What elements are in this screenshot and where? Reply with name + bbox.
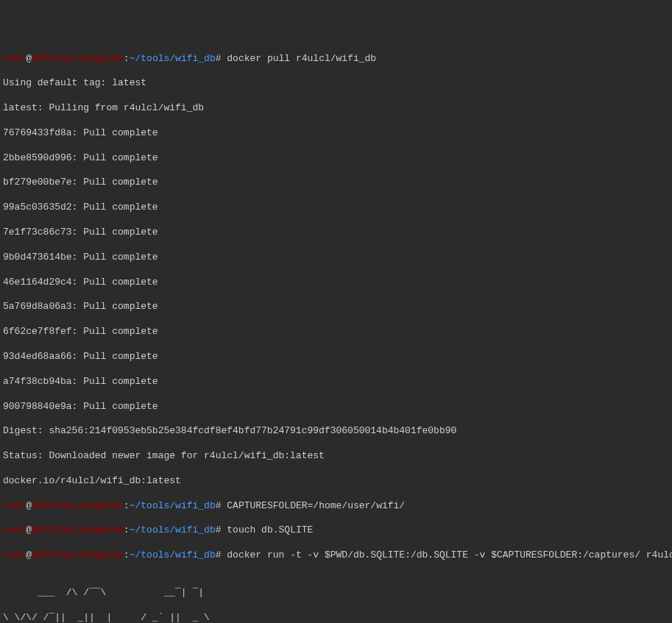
prompt-line-4[interactable]: root@WiFiChallengeLab:~/tools/wifi_db# d… — [3, 549, 669, 562]
prompt-colon: : — [124, 500, 130, 511]
command-text: docker run -t -v $PWD/db.SQLITE:/db.SQLI… — [227, 549, 672, 560]
prompt-user: root — [3, 500, 26, 511]
prompt-path: ~/tools/wifi_db — [130, 500, 216, 511]
command-text: CAPTURESFOLDER=/home/user/wifi/ — [227, 500, 405, 511]
prompt-at: @ — [26, 500, 32, 511]
prompt-hash: # — [216, 549, 227, 560]
output-line: Digest: sha256:214f0953eb5b25e384fcdf8ef… — [3, 425, 669, 438]
prompt-colon: : — [124, 549, 130, 560]
output-line: 9b0d473614be: Pull complete — [3, 252, 669, 264]
output-line: 900798840e9a: Pull complete — [3, 401, 669, 413]
prompt-path: ~/tools/wifi_db — [130, 53, 216, 64]
prompt-user: root — [3, 524, 26, 535]
prompt-user: root — [3, 53, 26, 64]
prompt-host: WiFiChallengeLab — [32, 53, 124, 64]
prompt-hash: # — [216, 524, 227, 535]
prompt-line-1[interactable]: root@WiFiChallengeLab:~/tools/wifi_db# d… — [3, 53, 669, 65]
output-line: 7e1f73c86c73: Pull complete — [3, 227, 669, 239]
ascii-art-line: \ \/\/ /¯|| _|| | / _` || _ \ — [3, 612, 669, 623]
prompt-user: root — [3, 549, 26, 560]
output-line: 46e1164d29c4: Pull complete — [3, 277, 669, 289]
prompt-host: WiFiChallengeLab — [32, 549, 124, 560]
prompt-path: ~/tools/wifi_db — [130, 524, 216, 535]
output-line: 5a769d8a06a3: Pull complete — [3, 301, 669, 313]
prompt-at: @ — [26, 53, 32, 64]
output-line: 2bbe8590d996: Pull complete — [3, 152, 669, 165]
command-text: touch db.SQLITE — [227, 524, 313, 535]
output-line: 99a5c03635d2: Pull complete — [3, 202, 669, 214]
prompt-colon: : — [124, 53, 130, 64]
output-line: 93d4ed68aa66: Pull complete — [3, 351, 669, 363]
ascii-art-line: ___ /\ /¯¯\ __¯| ¯| — [3, 587, 669, 599]
output-line: latest: Pulling from r4ulcl/wifi_db — [3, 102, 669, 115]
output-line: Using default tag: latest — [3, 77, 669, 90]
output-line: docker.io/r4ulcl/wifi_db:latest — [3, 475, 669, 488]
prompt-host: WiFiChallengeLab — [32, 500, 124, 511]
prompt-line-2[interactable]: root@WiFiChallengeLab:~/tools/wifi_db# C… — [3, 500, 669, 513]
prompt-at: @ — [26, 524, 32, 535]
prompt-at: @ — [26, 549, 32, 560]
output-line: 76769433fd8a: Pull complete — [3, 127, 669, 140]
output-line: bf279e00be7e: Pull complete — [3, 177, 669, 189]
prompt-hash: # — [216, 53, 227, 64]
output-line: 6f62ce7f8fef: Pull complete — [3, 326, 669, 338]
prompt-host: WiFiChallengeLab — [32, 524, 124, 535]
command-text: docker pull r4ulcl/wifi_db — [227, 53, 376, 64]
output-line: Status: Downloaded newer image for r4ulc… — [3, 450, 669, 463]
prompt-path: ~/tools/wifi_db — [130, 549, 216, 560]
prompt-hash: # — [216, 500, 227, 511]
prompt-line-3[interactable]: root@WiFiChallengeLab:~/tools/wifi_db# t… — [3, 524, 669, 537]
prompt-colon: : — [124, 524, 130, 535]
output-line: a74f38cb94ba: Pull complete — [3, 376, 669, 388]
terminal-output: root@WiFiChallengeLab:~/tools/wifi_db# d… — [3, 53, 669, 623]
